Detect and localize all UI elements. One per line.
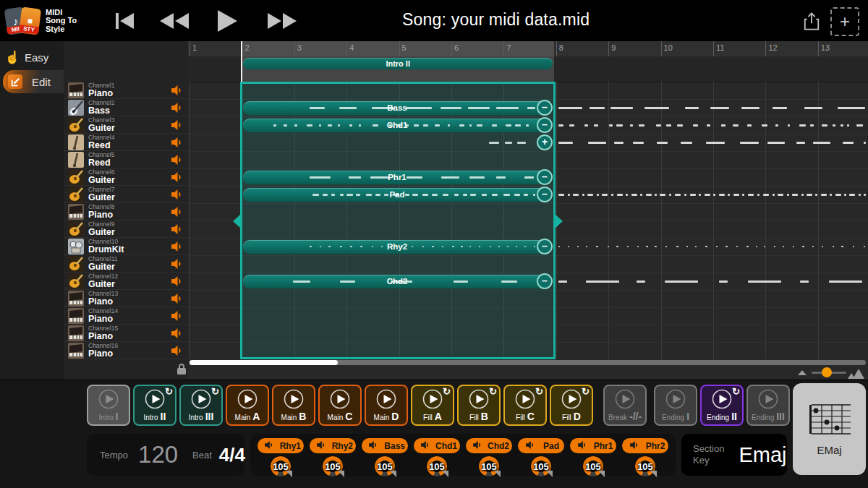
scrollbar-thumb[interactable]	[190, 360, 338, 365]
part-volume-knob-phr2[interactable]: 105	[633, 455, 658, 479]
part-volume-knob-rhy2[interactable]: 105	[320, 455, 345, 479]
zoom-in-icon[interactable]	[848, 366, 867, 379]
note-dash	[372, 246, 373, 247]
section-button-fill-d[interactable]: ↻FillD	[550, 385, 593, 426]
channel-row-2[interactable]: Channel2Bass	[64, 99, 188, 116]
measure-ruler[interactable]: 12345678910111213	[188, 41, 868, 57]
channel-row-13[interactable]: Channel13Piano	[64, 290, 188, 307]
add-track-button[interactable]: +	[537, 134, 553, 150]
channel-row-8[interactable]: Channel8Piano	[64, 203, 188, 221]
section-button-fill-b[interactable]: ↻FillB	[457, 385, 501, 426]
channel-row-3[interactable]: Channel3Guiter	[64, 116, 188, 134]
track-bar-rhy2[interactable]: Rhy2	[243, 240, 551, 254]
remove-track-button[interactable]: –	[537, 117, 553, 133]
note-dash	[496, 107, 519, 109]
note-dash	[284, 124, 287, 127]
part-mute-button-chd1[interactable]: Chd1	[414, 438, 460, 453]
note-dash	[690, 194, 696, 196]
channel-row-16[interactable]: Channel16Piano	[64, 342, 188, 359]
section-button-fill-a[interactable]: ↻FillA	[411, 385, 454, 426]
export-button[interactable]	[799, 9, 825, 33]
part-mute-button-rhy1[interactable]: Rhy1	[258, 438, 304, 453]
section-button-main-c[interactable]: MainC	[318, 385, 362, 426]
speaker-icon[interactable]	[171, 85, 182, 98]
speaker-icon[interactable]	[171, 294, 182, 307]
lock-icon[interactable]	[176, 363, 187, 378]
note-dash	[822, 124, 827, 127]
part-mute-button-phr2[interactable]: Phr2	[622, 438, 668, 453]
remove-track-button[interactable]: –	[537, 169, 553, 185]
channel-row-9[interactable]: Channel9Guiter	[64, 221, 188, 238]
chord-button[interactable]: EMaj	[793, 383, 866, 475]
part-volume-knob-chd2[interactable]: 105	[477, 455, 501, 479]
speaker-icon[interactable]	[171, 224, 182, 237]
channel-row-5[interactable]: Channel5Reed	[64, 151, 188, 168]
speaker-icon[interactable]	[171, 207, 182, 220]
channel-row-10[interactable]: Channel10DrumKit	[64, 238, 188, 255]
tab-easy[interactable]: ☝ Easy	[0, 46, 64, 69]
channel-row-11[interactable]: Channel11Guiter	[64, 255, 188, 273]
channel-row-12[interactable]: Channel12Guiter	[64, 273, 188, 290]
speaker-icon[interactable]	[171, 155, 182, 168]
note-dash	[441, 107, 461, 109]
zoom-slider-handle[interactable]	[822, 367, 832, 377]
remove-track-button[interactable]: –	[537, 239, 553, 254]
speaker-icon[interactable]	[171, 137, 182, 150]
section-button-main-a[interactable]: MainA	[226, 385, 269, 426]
channel-instrument: Piano	[88, 210, 113, 220]
speaker-icon[interactable]	[171, 189, 182, 202]
channel-row-14[interactable]: Channel14Piano	[64, 307, 188, 325]
part-mute-button-pad[interactable]: Pad	[518, 438, 564, 453]
channel-row-7[interactable]: Channel7Guiter	[64, 186, 188, 203]
note-dash	[849, 194, 855, 196]
channel-row-6[interactable]: Channel6Guiter	[64, 168, 188, 186]
rewind-button[interactable]	[156, 11, 193, 31]
section-button-fill-c[interactable]: ↻FillC	[503, 385, 547, 426]
speaker-icon[interactable]	[171, 120, 182, 133]
section-header-bar[interactable]: Intro II	[243, 58, 553, 69]
part-volume-knob-chd1[interactable]: 105	[425, 455, 449, 479]
beat-value[interactable]: 4/4	[219, 444, 245, 466]
part-volume-knob-pad[interactable]: 105	[529, 455, 553, 479]
fast-forward-button[interactable]	[263, 11, 301, 31]
section-button-main-d[interactable]: MainD	[365, 385, 408, 426]
timeline-area[interactable]: 12345678910111213 Intro IIBass–Chd1–+Phr…	[188, 41, 868, 380]
remove-track-button[interactable]: –	[537, 273, 553, 289]
remove-track-button[interactable]: –	[537, 100, 553, 116]
part-mute-button-bass[interactable]: Bass	[362, 438, 408, 453]
skip-to-start-button[interactable]	[110, 11, 139, 31]
speaker-icon[interactable]	[171, 328, 182, 341]
section-button-main-b[interactable]: MainB	[272, 385, 315, 426]
selection-handle-right[interactable]	[556, 215, 563, 228]
add-select-button[interactable]: +	[830, 7, 859, 36]
channel-row-4[interactable]: Channel4Reed	[64, 134, 188, 151]
speaker-icon[interactable]	[171, 259, 182, 272]
part-cell-chd1: Chd1105	[412, 438, 461, 476]
part-mute-button-rhy2[interactable]: Rhy2	[310, 438, 356, 453]
tab-edit[interactable]: Edit	[3, 70, 64, 93]
play-button[interactable]	[211, 9, 243, 33]
section-button-ending-ii[interactable]: ↻EndingII	[700, 385, 744, 426]
section-button-intro-iii[interactable]: ↻IntroIII	[179, 385, 223, 426]
note-dash	[339, 107, 357, 109]
part-volume-knob-phr1[interactable]: 105	[581, 455, 605, 479]
speaker-icon[interactable]	[171, 103, 182, 116]
remove-track-button[interactable]: –	[537, 187, 553, 202]
speaker-icon[interactable]	[171, 311, 182, 324]
selection-handle-left[interactable]	[233, 215, 240, 228]
part-volume-knob-bass[interactable]: 105	[373, 455, 397, 479]
part-mute-button-chd2[interactable]: Chd2	[466, 438, 512, 453]
part-mute-button-phr1[interactable]: Phr1	[570, 438, 616, 453]
channel-row-1[interactable]: Channel1Piano	[64, 82, 188, 99]
speaker-icon[interactable]	[171, 276, 182, 289]
speaker-icon[interactable]	[171, 172, 182, 185]
ruler-tick	[713, 41, 714, 56]
section-key-panel[interactable]: Section Key Emaj	[681, 434, 787, 476]
channel-row-15[interactable]: Channel15Piano	[64, 325, 188, 342]
speaker-icon[interactable]	[171, 241, 182, 254]
speaker-icon[interactable]	[171, 346, 182, 359]
section-button-intro-ii[interactable]: ↻IntroII	[133, 385, 176, 426]
tempo-value[interactable]: 120	[138, 441, 178, 468]
part-volume-knob-rhy1[interactable]: 105	[268, 455, 293, 479]
zoom-out-icon[interactable]	[798, 370, 807, 375]
